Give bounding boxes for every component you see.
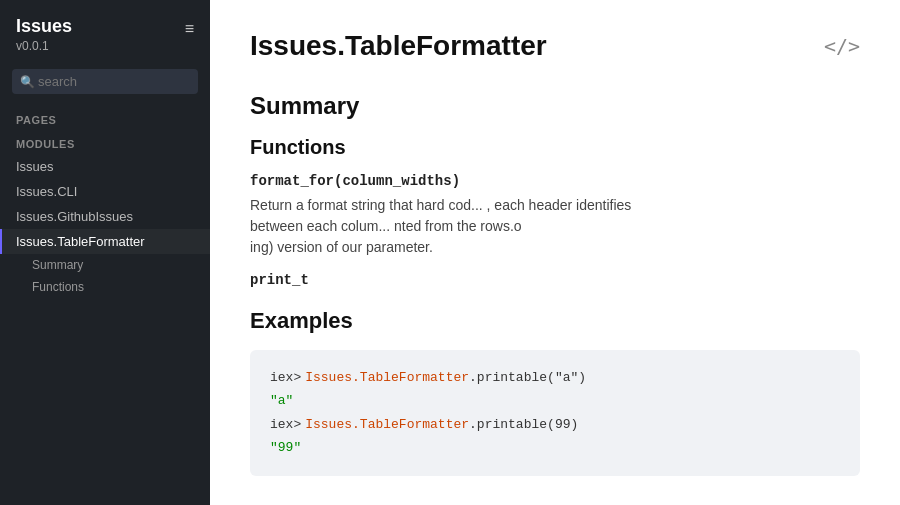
desc-text-nted: nted from the rows.o — [394, 218, 522, 234]
code-line-2: iex> Issues.TableFormatter.printable(99) — [270, 413, 840, 436]
function-name-print-t: print_t — [250, 272, 860, 288]
sidebar: Issues v0.0.1 ≡ 🔍 PAGES MODULES Issues I… — [0, 0, 210, 505]
desc-ellipsis-1: ... — [471, 197, 483, 213]
code-result-2: "99" — [270, 436, 301, 459]
desc-ellipsis-2: ... — [378, 218, 390, 234]
code-block: iex> Issues.TableFormatter.printable("a"… — [250, 350, 860, 476]
pages-section-label: PAGES — [0, 106, 210, 130]
sidebar-item-issues-github[interactable]: Issues.GithubIssues — [0, 204, 210, 229]
page-title-text: Issues.TableFormatter — [250, 30, 547, 62]
functions-heading: Functions — [250, 136, 860, 159]
code-close-2: ) — [570, 413, 578, 436]
code-module-1: Issues.TableFormatter — [305, 366, 469, 389]
code-arg-1: "a" — [555, 366, 578, 389]
function-desc-format-for: Return a format string that hard cod... … — [250, 195, 860, 258]
sidebar-app-title: Issues — [16, 16, 72, 37]
code-module-2: Issues.TableFormatter — [305, 413, 469, 436]
code-result-1: "a" — [270, 389, 293, 412]
code-icon: </> — [824, 34, 860, 58]
code-dot-2: . — [469, 413, 477, 436]
sidebar-sub-item-summary[interactable]: Summary — [0, 254, 210, 276]
code-line-result-2: "99" — [270, 436, 840, 459]
sidebar-version: v0.0.1 — [16, 39, 72, 53]
examples-heading: Examples — [250, 308, 860, 334]
code-func-2: printable( — [477, 413, 555, 436]
code-line-result-1: "a" — [270, 389, 840, 412]
sidebar-header: Issues v0.0.1 ≡ — [0, 0, 210, 61]
main-content: Issues.TableFormatter </> Summary Functi… — [210, 0, 900, 505]
code-prompt-2: iex> — [270, 413, 301, 436]
sidebar-item-issues-cli[interactable]: Issues.CLI — [0, 179, 210, 204]
desc-ing-text: ing) version of our parameter. — [250, 239, 433, 255]
code-line-1: iex> Issues.TableFormatter.printable("a"… — [270, 366, 840, 389]
page-title-container: Issues.TableFormatter </> — [250, 30, 860, 62]
search-input[interactable] — [12, 69, 198, 94]
code-dot-1: . — [469, 366, 477, 389]
function-name-format-for: format_for(column_widths) — [250, 173, 860, 189]
search-icon: 🔍 — [20, 75, 35, 89]
code-close-1: ) — [578, 366, 586, 389]
sidebar-item-issues[interactable]: Issues — [0, 154, 210, 179]
sidebar-sub-item-functions[interactable]: Functions — [0, 276, 210, 298]
summary-heading: Summary — [250, 92, 860, 120]
function-format-for: format_for(column_widths) Return a forma… — [250, 173, 860, 258]
code-func-1: printable( — [477, 366, 555, 389]
hamburger-icon[interactable]: ≡ — [185, 20, 194, 38]
modules-section-label: MODULES — [0, 130, 210, 154]
code-prompt-1: iex> — [270, 366, 301, 389]
sidebar-item-issues-table[interactable]: Issues.TableFormatter — [0, 229, 210, 254]
function-print-t: print_t — [250, 272, 860, 288]
desc-text-header: , each header identifies — [487, 197, 632, 213]
desc-text-1: Return a format string that hard cod — [250, 197, 471, 213]
code-arg-2: 99 — [555, 413, 571, 436]
sidebar-search-wrapper: 🔍 — [0, 61, 210, 102]
desc-text-2: between each colum — [250, 218, 378, 234]
